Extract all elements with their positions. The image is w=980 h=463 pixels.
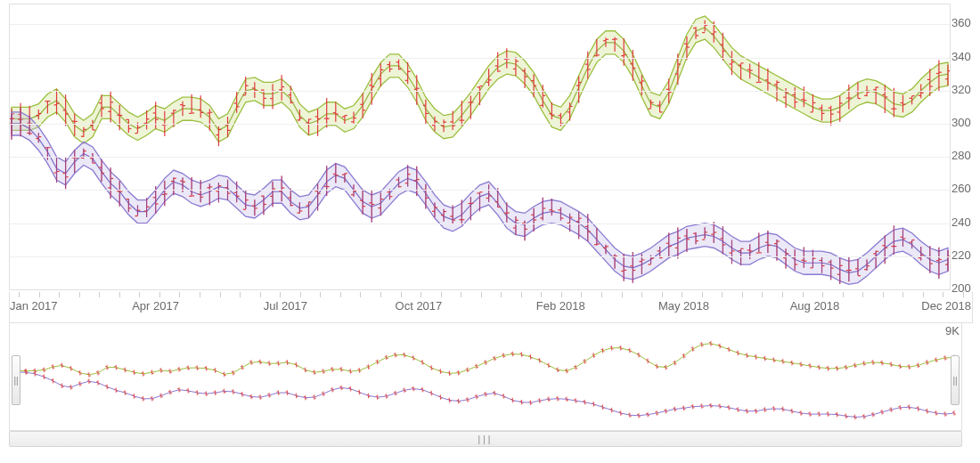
x-tick-label: Apr 2017 [132,299,179,313]
y-tick-label: 280 [951,149,978,162]
x-tick-label: May 2018 [658,299,709,313]
y-tick-label: 260 [951,182,978,195]
navigator-canvas [10,323,961,430]
y-tick-label: 300 [951,116,978,129]
y-tick-label: 200 [951,281,978,295]
y-tick-label: 240 [951,215,978,229]
navigator-grip-left[interactable]: || [12,355,20,405]
x-tick-label: Jan 2017 [10,299,58,313]
x-tick-label: Dec 2018 [921,299,971,313]
x-tick-label: Jul 2017 [264,299,307,313]
y-tick-label: 340 [951,50,978,63]
navigator-panel[interactable]: 9K || || [9,322,962,431]
x-tick-label: Feb 2018 [536,299,585,313]
x-tick-label: Aug 2018 [790,299,840,313]
horizontal-scrollbar[interactable]: ||| [9,431,962,447]
price-chart-panel[interactable] [9,4,951,290]
y-tick-label: 320 [951,83,978,96]
navigator-grip-right[interactable]: || [951,355,960,405]
x-tick-label: Oct 2017 [396,299,443,313]
price-chart-canvas [10,4,950,289]
time-axis: Jan 2017Apr 2017Jul 2017Oct 2017Feb 2018… [9,292,973,323]
y-tick-label: 360 [951,16,978,29]
y-tick-label: 220 [951,248,978,262]
